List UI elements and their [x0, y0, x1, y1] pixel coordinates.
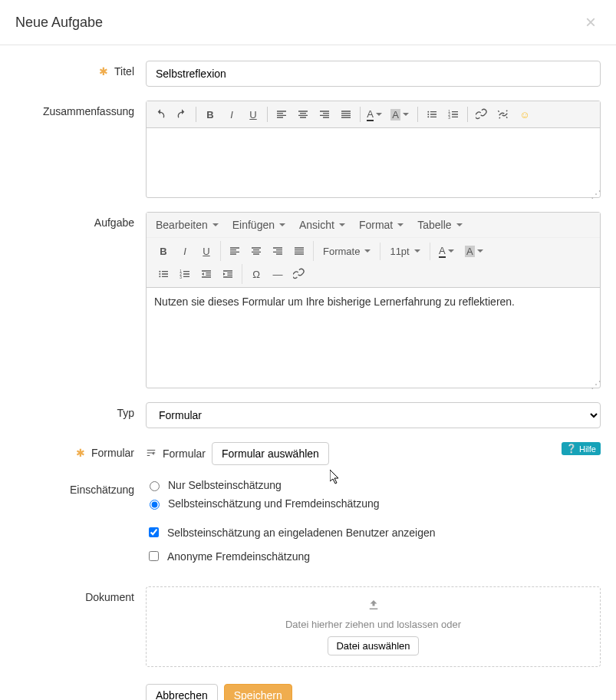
align-justify-icon[interactable] [288, 241, 310, 261]
svg-point-7 [159, 273, 160, 275]
modal-new-task: Neue Aufgabe × ✱ Titel Zusammenfassung [0, 0, 616, 700]
check-show-self-label: Selbsteinschätzung an eingeladenen Benut… [167, 527, 436, 539]
menu-view[interactable]: Ansicht [293, 214, 351, 236]
label-title-text: Titel [114, 65, 134, 78]
undo-icon[interactable] [150, 104, 171, 124]
bg-color-icon[interactable]: A [460, 241, 489, 261]
choose-file-button[interactable]: Datei auswählen [328, 636, 418, 655]
fontsize-dropdown[interactable]: 11pt [384, 243, 426, 260]
bold-icon[interactable]: B [153, 241, 174, 261]
hr-icon[interactable]: — [267, 264, 288, 284]
redo-icon[interactable] [171, 104, 193, 124]
bullet-list-icon[interactable] [153, 264, 174, 284]
label-assessment: Einschätzung [15, 479, 146, 573]
number-list-icon[interactable]: 123 [174, 264, 196, 284]
check-show-self[interactable]: Selbsteinschätzung an eingeladenen Benut… [146, 525, 601, 540]
svg-point-8 [159, 276, 160, 277]
row-type: Typ Formular [15, 402, 601, 428]
text-color-icon[interactable]: A [364, 104, 385, 124]
label-title: ✱ Titel [15, 61, 146, 87]
task-toolbar: B I U Formate [147, 238, 600, 288]
sliders-icon [146, 447, 156, 461]
label-type: Typ [15, 402, 146, 428]
radio-self-other-input[interactable] [150, 500, 160, 510]
close-button[interactable]: × [581, 12, 601, 32]
check-anonymous-input[interactable] [149, 551, 159, 561]
modal-body: ✱ Titel Zusammenfassung B I U [0, 45, 616, 700]
resize-handle-icon[interactable]: ⋰ [591, 378, 598, 386]
resize-handle-icon[interactable]: ⋰ [591, 188, 598, 196]
text-color-icon[interactable]: A [433, 241, 460, 261]
file-dropzone[interactable]: Datei hierher ziehen und loslassen oder … [146, 586, 601, 667]
bg-color-icon[interactable]: A [385, 104, 414, 124]
radio-only-self-input[interactable] [150, 481, 160, 491]
align-left-icon[interactable] [224, 241, 245, 261]
label-summary: Zusammenfassung [15, 101, 146, 198]
align-right-icon[interactable] [314, 104, 335, 124]
help-badge[interactable]: ❔ Hilfe [562, 442, 601, 455]
modal-title: Neue Aufgabe [15, 15, 103, 31]
svg-point-6 [159, 271, 160, 272]
cancel-button[interactable]: Abbrechen [146, 684, 218, 700]
radio-self-other-label: Selbsteinschätzung und Fremdeinschätzung [168, 497, 380, 510]
italic-icon[interactable]: I [174, 241, 196, 261]
italic-icon[interactable]: I [221, 104, 242, 124]
required-icon: ✱ [99, 65, 108, 78]
task-content-text: Nutzen sie dieses Formular um Ihre bishe… [154, 296, 515, 308]
formats-dropdown[interactable]: Formate [317, 243, 377, 260]
menu-edit[interactable]: Bearbeiten [150, 214, 225, 236]
menu-insert[interactable]: Einfügen [226, 214, 292, 236]
svg-point-1 [427, 114, 429, 115]
check-anonymous[interactable]: Anonyme Fremdeinschätzung [146, 549, 601, 563]
title-input[interactable] [146, 61, 601, 87]
select-form-button[interactable]: Formular auswählen [212, 442, 329, 465]
help-text: Hilfe [579, 444, 596, 454]
type-select[interactable]: Formular [146, 402, 601, 428]
summary-editor-body[interactable]: ⋰ [147, 128, 600, 197]
radio-only-self-label: Nur Selbsteinschätzung [168, 479, 282, 491]
row-task: Aufgabe Bearbeiten Einfügen Ansicht Form… [15, 212, 601, 388]
task-editor: Bearbeiten Einfügen Ansicht Format Tabel… [146, 212, 601, 388]
task-menubar: Bearbeiten Einfügen Ansicht Format Tabel… [147, 213, 600, 238]
emoji-icon[interactable]: ☺ [514, 104, 535, 124]
align-center-icon[interactable] [245, 241, 267, 261]
dropzone-text: Datei hierher ziehen und loslassen oder [157, 619, 589, 630]
outdent-icon[interactable] [196, 264, 217, 284]
label-form: ✱ Formular [15, 442, 146, 465]
help-icon: ❔ [566, 444, 577, 454]
radio-only-self[interactable]: Nur Selbsteinschätzung [146, 479, 601, 491]
special-char-icon[interactable]: Ω [245, 264, 267, 284]
align-left-icon[interactable] [271, 104, 292, 124]
save-button[interactable]: Speichern [224, 684, 292, 700]
svg-point-2 [427, 116, 429, 117]
label-form-text: Formular [91, 447, 134, 459]
bold-icon[interactable]: B [199, 104, 221, 124]
svg-point-0 [427, 111, 429, 113]
indent-icon[interactable] [217, 264, 239, 284]
link-icon[interactable] [288, 264, 310, 284]
bullet-list-icon[interactable] [421, 104, 443, 124]
task-editor-body[interactable]: Nutzen sie dieses Formular um Ihre bishe… [147, 288, 600, 388]
align-center-icon[interactable] [292, 104, 314, 124]
label-document: Dokument [15, 586, 146, 667]
summary-toolbar: B I U A A 123 [147, 101, 600, 128]
row-title: ✱ Titel [15, 61, 601, 87]
number-list-icon[interactable]: 123 [443, 104, 464, 124]
modal-header: Neue Aufgabe × [0, 0, 616, 45]
align-justify-icon[interactable] [335, 104, 357, 124]
align-right-icon[interactable] [267, 241, 288, 261]
radio-self-and-other[interactable]: Selbsteinschätzung und Fremdeinschätzung [146, 497, 601, 510]
underline-icon[interactable]: U [242, 104, 264, 124]
form-prefix-label: Formular [163, 447, 206, 460]
svg-text:3: 3 [180, 276, 182, 279]
required-icon: ✱ [76, 447, 85, 459]
row-document: Dokument Datei hierher ziehen und loslas… [15, 586, 601, 667]
underline-icon[interactable]: U [196, 241, 217, 261]
svg-text:3: 3 [448, 116, 450, 120]
check-show-self-input[interactable] [149, 527, 159, 537]
link-icon[interactable] [471, 104, 492, 124]
menu-table[interactable]: Tabelle [411, 214, 468, 236]
row-assessment: Einschätzung Nur Selbsteinschätzung Selb… [15, 479, 601, 573]
unlink-icon[interactable] [492, 104, 514, 124]
menu-format[interactable]: Format [353, 214, 410, 236]
